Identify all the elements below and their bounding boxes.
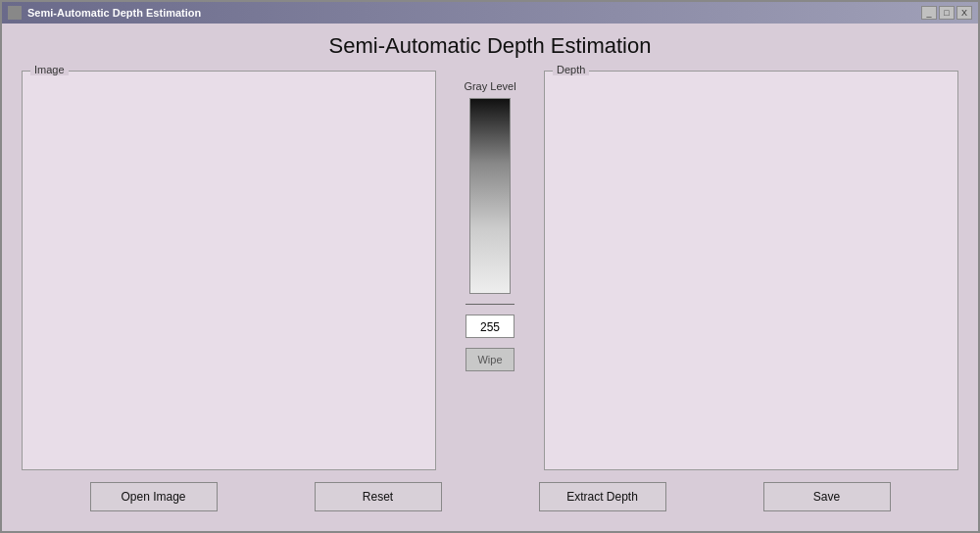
depth-panel: Depth bbox=[544, 71, 958, 470]
gray-gradient bbox=[469, 98, 511, 294]
close-button[interactable]: X bbox=[956, 6, 972, 20]
main-area: Image Gray Level 255 Wipe Depth bbox=[22, 71, 958, 470]
wipe-button[interactable]: Wipe bbox=[466, 348, 514, 371]
image-panel-label: Image bbox=[30, 64, 69, 75]
gray-value-display: 255 bbox=[466, 315, 514, 338]
restore-button[interactable]: □ bbox=[939, 6, 955, 20]
save-button[interactable]: Save bbox=[763, 482, 891, 511]
app-title: Semi-Automatic Depth Estimation bbox=[22, 33, 958, 59]
app-icon bbox=[8, 6, 22, 20]
open-image-button[interactable]: Open Image bbox=[90, 482, 218, 511]
reset-button[interactable]: Reset bbox=[315, 482, 442, 511]
window-controls: _ □ X bbox=[921, 6, 972, 20]
gray-level-label: Gray Level bbox=[464, 80, 515, 92]
window-content: Semi-Automatic Depth Estimation Image Gr… bbox=[2, 24, 978, 531]
center-controls: Gray Level 255 Wipe bbox=[446, 71, 534, 470]
main-window: Semi-Automatic Depth Estimation _ □ X Se… bbox=[0, 0, 980, 533]
depth-panel-label: Depth bbox=[553, 64, 589, 75]
separator-line bbox=[466, 304, 514, 305]
extract-depth-button[interactable]: Extract Depth bbox=[539, 482, 666, 511]
bottom-bar: Open Image Reset Extract Depth Save bbox=[22, 470, 958, 511]
minimize-button[interactable]: _ bbox=[921, 6, 937, 20]
title-bar: Semi-Automatic Depth Estimation _ □ X bbox=[2, 2, 978, 24]
image-panel: Image bbox=[22, 71, 436, 470]
title-bar-text: Semi-Automatic Depth Estimation bbox=[27, 7, 921, 19]
